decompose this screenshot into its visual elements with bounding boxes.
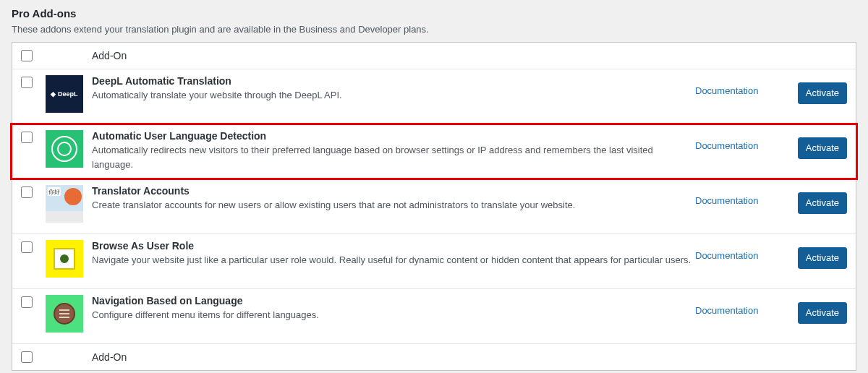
addon-icon xyxy=(46,240,83,278)
documentation-link[interactable]: Documentation xyxy=(695,85,758,96)
row-checkbox[interactable] xyxy=(21,296,33,308)
addon-description: Navigate your website just like a partic… xyxy=(92,253,695,267)
table-row: 你好Translator AccountsCreate translator a… xyxy=(12,179,856,233)
activate-button[interactable]: Activate xyxy=(798,247,847,269)
addon-description: Configure different menu items for diffe… xyxy=(92,308,695,322)
documentation-link[interactable]: Documentation xyxy=(695,140,758,151)
page-title: Pro Add-ons xyxy=(12,7,856,20)
table-row: Automatic User Language DetectionAutomat… xyxy=(12,124,856,179)
addons-table: Add-On ◆ DeepLDeepL Automatic Translatio… xyxy=(12,42,856,371)
activate-button[interactable]: Activate xyxy=(798,192,847,214)
table-footer-row: Add-On xyxy=(12,343,856,370)
row-checkbox[interactable] xyxy=(21,241,33,253)
activate-button[interactable]: Activate xyxy=(798,82,847,104)
addon-description: Automatically translate your website thr… xyxy=(92,88,695,103)
addon-icon xyxy=(46,295,83,333)
select-all-checkbox-top[interactable] xyxy=(21,50,33,61)
addon-description: Create translator accounts for new users… xyxy=(92,198,695,213)
documentation-link[interactable]: Documentation xyxy=(695,195,758,206)
row-checkbox[interactable] xyxy=(21,132,33,143)
column-footer-addon[interactable]: Add-On xyxy=(43,351,127,363)
activate-button[interactable]: Activate xyxy=(798,137,847,159)
activate-button[interactable]: Activate xyxy=(798,302,847,324)
select-all-checkbox-bottom[interactable] xyxy=(21,351,33,363)
page-description: These addons extend your translation plu… xyxy=(12,24,856,35)
addon-icon: 你好 xyxy=(46,185,83,223)
addon-icon xyxy=(46,130,83,168)
documentation-link[interactable]: Documentation xyxy=(695,305,758,316)
addon-title[interactable]: Translator Accounts xyxy=(92,185,695,197)
addon-title[interactable]: Navigation Based on Language xyxy=(92,295,695,306)
column-header-addon[interactable]: Add-On xyxy=(43,50,127,61)
table-row: Navigation Based on LanguageConfigure di… xyxy=(12,288,856,343)
table-row: ◆ DeepLDeepL Automatic TranslationAutoma… xyxy=(12,69,856,124)
addon-title[interactable]: Automatic User Language Detection xyxy=(92,130,695,142)
documentation-link[interactable]: Documentation xyxy=(695,250,758,261)
addon-description: Automatically redirects new visitors to … xyxy=(92,143,695,171)
table-row: Browse As User RoleNavigate your website… xyxy=(12,233,856,288)
row-checkbox[interactable] xyxy=(21,77,33,88)
table-header-row: Add-On xyxy=(12,43,856,69)
addon-title[interactable]: Browse As User Role xyxy=(92,240,695,252)
addon-title[interactable]: DeepL Automatic Translation xyxy=(92,75,695,87)
row-checkbox[interactable] xyxy=(21,186,33,198)
addon-icon: ◆ DeepL xyxy=(46,75,83,113)
